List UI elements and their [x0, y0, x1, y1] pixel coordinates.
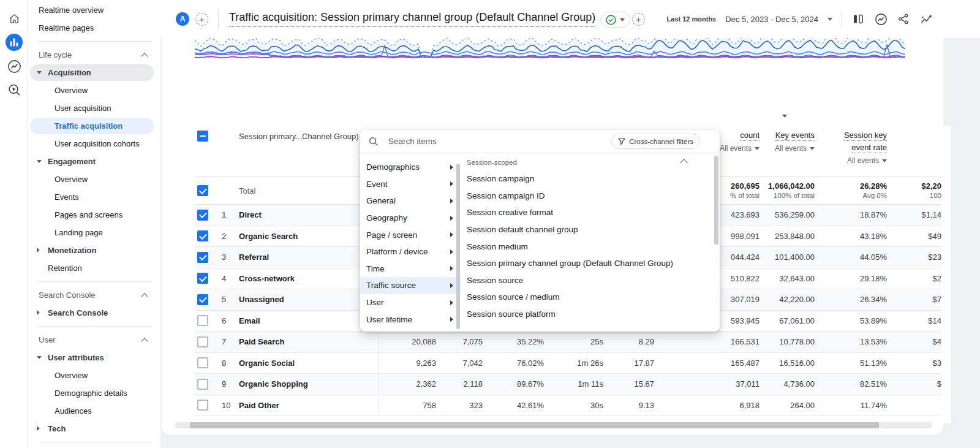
- dimension-search-input[interactable]: [387, 136, 603, 146]
- row-checkbox[interactable]: [197, 379, 208, 390]
- sidebar-item-realtime-pages[interactable]: Realtime pages: [28, 19, 160, 37]
- sidebar-item-user-acquisition[interactable]: User acquisition: [28, 99, 160, 117]
- menu-category-user[interactable]: User: [360, 294, 461, 311]
- sidebar-item-user[interactable]: User: [28, 331, 160, 349]
- sidebar-item-realtime-overview[interactable]: Realtime overview: [28, 1, 160, 19]
- caret-right-icon[interactable]: [37, 310, 40, 315]
- row-checkbox[interactable]: [197, 273, 208, 284]
- explore-icon[interactable]: [5, 81, 23, 99]
- caret-down-icon[interactable]: [37, 71, 42, 74]
- collapse-group-icon[interactable]: [680, 159, 688, 167]
- sidebar-item-search-console[interactable]: Search Console: [28, 286, 160, 304]
- metric-cell: $1,14: [887, 210, 941, 219]
- cross-channel-filters-chip[interactable]: Cross-channel filters: [611, 134, 700, 149]
- row-checkbox[interactable]: [197, 230, 208, 241]
- caret-down-icon[interactable]: [37, 356, 42, 359]
- row-checkbox[interactable]: [197, 400, 208, 411]
- report-title[interactable]: Traffic acquisition: Session primary cha…: [229, 11, 595, 27]
- sidebar-item-events[interactable]: Events: [28, 188, 160, 206]
- intelligence-icon[interactable]: [919, 12, 933, 26]
- chevron-up-icon[interactable]: [141, 293, 148, 300]
- sidebar-item-tech[interactable]: Tech: [28, 420, 160, 438]
- row-checkbox[interactable]: [197, 336, 208, 347]
- row-checkbox[interactable]: [197, 252, 208, 263]
- caret-right-icon[interactable]: [37, 426, 40, 431]
- home-icon[interactable]: [5, 9, 23, 28]
- chevron-up-icon[interactable]: [141, 338, 148, 344]
- metric-header-label[interactable]: Session key: [844, 131, 887, 141]
- sidebar-item-life-cycle[interactable]: Life cycle: [28, 46, 160, 64]
- menu-category-general[interactable]: General: [360, 192, 461, 210]
- item-list-scrollbar[interactable]: [714, 156, 718, 245]
- menu-item-session-source-medium[interactable]: Session source / medium: [461, 289, 720, 306]
- date-range-chevron-icon[interactable]: [827, 18, 832, 21]
- menu-category-demographics[interactable]: Demographics: [360, 159, 461, 176]
- menu-item-session-campaign[interactable]: Session campaign: [461, 170, 720, 188]
- row-checkbox[interactable]: [197, 294, 208, 305]
- metric-header-label[interactable]: count: [740, 131, 760, 141]
- menu-category-custom[interactable]: Custom: [360, 153, 461, 159]
- advertising-icon[interactable]: [5, 57, 23, 75]
- row-checkbox[interactable]: [197, 185, 208, 196]
- row-checkbox[interactable]: [197, 210, 208, 221]
- horizontal-scrollbar-thumb[interactable]: [190, 422, 879, 428]
- report-status-badge[interactable]: [600, 12, 630, 28]
- menu-category-page-screen[interactable]: Page / screen: [360, 226, 461, 243]
- sidebar-item-traffic-acquisition[interactable]: Traffic acquisition: [28, 117, 160, 135]
- category-list-scrollbar[interactable]: [456, 164, 460, 329]
- menu-item-session-default-channel-group[interactable]: Session default channel group: [461, 221, 720, 238]
- menu-item-session-primary-channel-group-default-channel-group-[interactable]: Session primary channel group (Default C…: [461, 255, 720, 272]
- sidebar-item-user-attributes[interactable]: User attributes: [28, 349, 160, 366]
- menu-item-session-source[interactable]: Session source: [461, 272, 720, 289]
- menu-item-session-creative-format[interactable]: Session creative format: [461, 204, 720, 221]
- menu-item-session-campaign-id[interactable]: Session campaign ID: [461, 188, 720, 205]
- dimension-header[interactable]: Session primary...Channel Group): [239, 132, 369, 141]
- caret-right-icon[interactable]: [37, 248, 40, 252]
- comparison-icon[interactable]: [851, 12, 865, 26]
- menu-category-platform-device[interactable]: Platform / device: [360, 243, 461, 260]
- metric-cell: 30s: [544, 401, 603, 410]
- sidebar-item-demographic-details[interactable]: Demographic details: [28, 384, 160, 402]
- menu-category-user-lifetime[interactable]: User lifetime: [360, 311, 461, 328]
- row-checkbox[interactable]: [197, 357, 208, 368]
- sidebar-item-user-acquisition-cohorts[interactable]: User acquisition cohorts: [28, 135, 160, 153]
- caret-down-icon[interactable]: [37, 160, 42, 163]
- sidebar-item-search-console[interactable]: Search Console: [28, 304, 160, 322]
- sidebar-item-audiences[interactable]: Audiences: [28, 402, 160, 420]
- vertical-scrollbar-track[interactable]: [943, 126, 951, 423]
- share-icon[interactable]: [897, 12, 910, 26]
- menu-category-geography[interactable]: Geography: [360, 210, 461, 227]
- sidebar-item-overview[interactable]: Overview: [28, 366, 160, 384]
- add-comparison-button[interactable]: +: [195, 13, 208, 26]
- sidebar-item-retention[interactable]: Retention: [28, 259, 160, 277]
- sidebar-item-monetization[interactable]: Monetization: [28, 241, 160, 259]
- sidebar-item-overview[interactable]: Overview: [28, 170, 160, 188]
- menu-category-traffic-source[interactable]: Traffic source: [360, 277, 461, 294]
- sidebar-item-landing-page[interactable]: Landing page: [28, 224, 160, 241]
- insights-icon[interactable]: [874, 12, 888, 26]
- menu-item-session-medium[interactable]: Session medium: [461, 238, 720, 255]
- chevron-up-icon[interactable]: [141, 53, 148, 59]
- metric-cell: 82.51%: [815, 379, 887, 389]
- selector-label: All events: [775, 144, 807, 153]
- sidebar-item-engagement[interactable]: Engagement: [28, 153, 160, 170]
- rows-per-page-chevron-icon[interactable]: [782, 115, 787, 118]
- sidebar-item-pages-and-screens[interactable]: Pages and screens: [28, 206, 160, 224]
- row-checkbox[interactable]: [197, 131, 208, 142]
- menu-category-event[interactable]: Event: [360, 176, 461, 193]
- avatar[interactable]: A: [176, 12, 189, 26]
- metric-event-selector[interactable]: All events: [847, 156, 887, 165]
- menu-item-session-source-platform[interactable]: Session source platform: [461, 306, 720, 323]
- header-icons-divider: [842, 11, 842, 27]
- sidebar-item-overview[interactable]: Overview: [28, 82, 160, 99]
- menu-category-time[interactable]: Time: [360, 260, 461, 278]
- sidebar-item-acquisition[interactable]: Acquisition: [28, 64, 160, 82]
- metric-header-label[interactable]: event rate: [851, 143, 887, 153]
- date-range-value[interactable]: Dec 5, 2023 - Dec 5, 2024: [725, 15, 818, 24]
- metric-event-selector[interactable]: All events: [720, 144, 760, 153]
- reports-icon[interactable]: [5, 33, 23, 51]
- metric-event-selector[interactable]: All events: [775, 144, 815, 153]
- metric-header-label[interactable]: Key events: [775, 131, 815, 141]
- row-checkbox[interactable]: [197, 315, 208, 326]
- add-report-tab-button[interactable]: +: [632, 13, 645, 26]
